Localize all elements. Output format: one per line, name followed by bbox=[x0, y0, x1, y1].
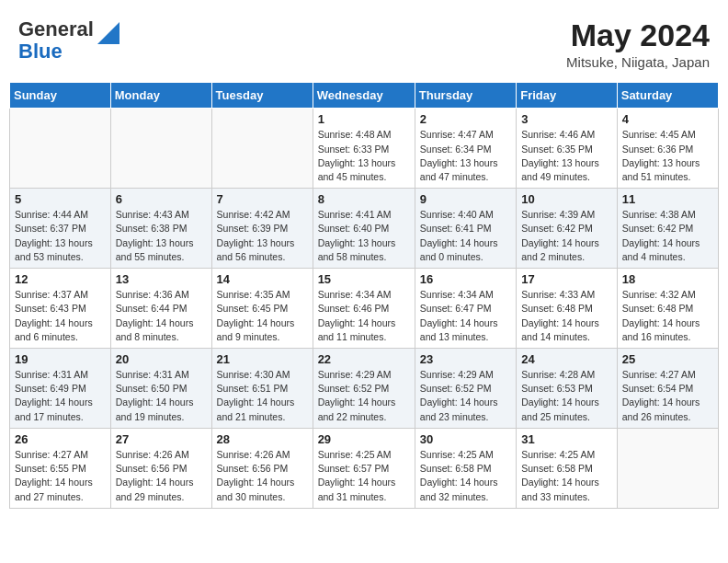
day-info: Sunrise: 4:38 AM Sunset: 6:42 PM Dayligh… bbox=[622, 208, 713, 264]
day-number: 17 bbox=[521, 272, 612, 286]
day-info: Sunrise: 4:34 AM Sunset: 6:47 PM Dayligh… bbox=[420, 288, 511, 344]
calendar-cell: 10Sunrise: 4:39 AM Sunset: 6:42 PM Dayli… bbox=[517, 189, 618, 269]
day-info: Sunrise: 4:27 AM Sunset: 6:54 PM Dayligh… bbox=[622, 368, 713, 424]
calendar-cell: 6Sunrise: 4:43 AM Sunset: 6:38 PM Daylig… bbox=[110, 189, 211, 269]
day-number: 29 bbox=[318, 432, 410, 446]
day-number: 13 bbox=[116, 272, 207, 286]
day-header-saturday: Saturday bbox=[617, 83, 718, 109]
day-info: Sunrise: 4:26 AM Sunset: 6:56 PM Dayligh… bbox=[116, 448, 207, 504]
day-info: Sunrise: 4:25 AM Sunset: 6:57 PM Dayligh… bbox=[318, 448, 410, 504]
calendar-cell: 30Sunrise: 4:25 AM Sunset: 6:58 PM Dayli… bbox=[415, 428, 516, 508]
calendar-cell bbox=[110, 109, 211, 189]
day-info: Sunrise: 4:31 AM Sunset: 6:49 PM Dayligh… bbox=[15, 368, 106, 424]
day-info: Sunrise: 4:36 AM Sunset: 6:44 PM Dayligh… bbox=[116, 288, 207, 344]
calendar-cell: 12Sunrise: 4:37 AM Sunset: 6:43 PM Dayli… bbox=[10, 269, 111, 349]
day-info: Sunrise: 4:40 AM Sunset: 6:41 PM Dayligh… bbox=[420, 208, 511, 264]
svg-marker-0 bbox=[97, 22, 119, 44]
day-header-wednesday: Wednesday bbox=[313, 83, 415, 109]
day-info: Sunrise: 4:25 AM Sunset: 6:58 PM Dayligh… bbox=[521, 448, 612, 504]
day-number: 21 bbox=[217, 352, 308, 366]
day-number: 31 bbox=[521, 432, 612, 446]
day-header-monday: Monday bbox=[110, 83, 211, 109]
calendar-cell: 14Sunrise: 4:35 AM Sunset: 6:45 PM Dayli… bbox=[211, 269, 313, 349]
day-number: 15 bbox=[318, 272, 410, 286]
calendar-cell: 22Sunrise: 4:29 AM Sunset: 6:52 PM Dayli… bbox=[313, 349, 415, 429]
day-info: Sunrise: 4:27 AM Sunset: 6:55 PM Dayligh… bbox=[15, 448, 106, 504]
day-info: Sunrise: 4:26 AM Sunset: 6:56 PM Dayligh… bbox=[217, 448, 308, 504]
calendar-cell: 8Sunrise: 4:41 AM Sunset: 6:40 PM Daylig… bbox=[313, 189, 415, 269]
day-number: 2 bbox=[420, 112, 511, 126]
day-number: 30 bbox=[420, 432, 511, 446]
calendar-cell bbox=[617, 428, 718, 508]
day-number: 9 bbox=[420, 192, 511, 206]
day-header-tuesday: Tuesday bbox=[211, 83, 313, 109]
day-number: 24 bbox=[521, 352, 612, 366]
day-info: Sunrise: 4:43 AM Sunset: 6:38 PM Dayligh… bbox=[116, 208, 207, 264]
calendar-cell: 28Sunrise: 4:26 AM Sunset: 6:56 PM Dayli… bbox=[211, 428, 313, 508]
day-header-sunday: Sunday bbox=[10, 83, 111, 109]
day-info: Sunrise: 4:32 AM Sunset: 6:48 PM Dayligh… bbox=[622, 288, 713, 344]
day-header-friday: Friday bbox=[517, 83, 618, 109]
day-number: 16 bbox=[420, 272, 511, 286]
calendar-cell: 29Sunrise: 4:25 AM Sunset: 6:57 PM Dayli… bbox=[313, 428, 415, 508]
calendar-cell: 7Sunrise: 4:42 AM Sunset: 6:39 PM Daylig… bbox=[211, 189, 313, 269]
day-number: 14 bbox=[217, 272, 308, 286]
day-number: 5 bbox=[15, 192, 106, 206]
day-info: Sunrise: 4:35 AM Sunset: 6:45 PM Dayligh… bbox=[217, 288, 308, 344]
day-info: Sunrise: 4:28 AM Sunset: 6:53 PM Dayligh… bbox=[521, 368, 612, 424]
day-info: Sunrise: 4:48 AM Sunset: 6:33 PM Dayligh… bbox=[318, 128, 410, 184]
calendar-cell bbox=[211, 109, 313, 189]
day-number: 28 bbox=[217, 432, 308, 446]
day-info: Sunrise: 4:37 AM Sunset: 6:43 PM Dayligh… bbox=[15, 288, 106, 344]
calendar-cell: 16Sunrise: 4:34 AM Sunset: 6:47 PM Dayli… bbox=[415, 269, 516, 349]
day-number: 10 bbox=[521, 192, 612, 206]
day-number: 20 bbox=[116, 352, 207, 366]
calendar-week-row: 26Sunrise: 4:27 AM Sunset: 6:55 PM Dayli… bbox=[10, 428, 719, 508]
calendar-cell: 21Sunrise: 4:30 AM Sunset: 6:51 PM Dayli… bbox=[211, 349, 313, 429]
calendar-week-row: 5Sunrise: 4:44 AM Sunset: 6:37 PM Daylig… bbox=[10, 189, 719, 269]
day-number: 4 bbox=[622, 112, 713, 126]
month-year: May 2024 bbox=[566, 18, 710, 52]
calendar-cell: 13Sunrise: 4:36 AM Sunset: 6:44 PM Dayli… bbox=[110, 269, 211, 349]
page-header: General Blue May 2024 Mitsuke, Niigata, … bbox=[9, 9, 719, 75]
calendar-cell: 25Sunrise: 4:27 AM Sunset: 6:54 PM Dayli… bbox=[617, 349, 718, 429]
day-info: Sunrise: 4:39 AM Sunset: 6:42 PM Dayligh… bbox=[521, 208, 612, 264]
day-number: 19 bbox=[15, 352, 106, 366]
calendar-cell: 26Sunrise: 4:27 AM Sunset: 6:55 PM Dayli… bbox=[10, 428, 111, 508]
day-info: Sunrise: 4:29 AM Sunset: 6:52 PM Dayligh… bbox=[420, 368, 511, 424]
day-number: 7 bbox=[217, 192, 308, 206]
logo: General Blue bbox=[18, 18, 121, 63]
day-number: 11 bbox=[622, 192, 713, 206]
calendar-cell: 1Sunrise: 4:48 AM Sunset: 6:33 PM Daylig… bbox=[313, 109, 415, 189]
calendar-cell: 31Sunrise: 4:25 AM Sunset: 6:58 PM Dayli… bbox=[517, 428, 618, 508]
day-info: Sunrise: 4:31 AM Sunset: 6:50 PM Dayligh… bbox=[116, 368, 207, 424]
day-info: Sunrise: 4:46 AM Sunset: 6:35 PM Dayligh… bbox=[521, 128, 612, 184]
day-number: 22 bbox=[318, 352, 410, 366]
day-info: Sunrise: 4:25 AM Sunset: 6:58 PM Dayligh… bbox=[420, 448, 511, 504]
title-block: May 2024 Mitsuke, Niigata, Japan bbox=[566, 18, 710, 70]
day-number: 12 bbox=[15, 272, 106, 286]
calendar-cell: 5Sunrise: 4:44 AM Sunset: 6:37 PM Daylig… bbox=[10, 189, 111, 269]
calendar-cell: 18Sunrise: 4:32 AM Sunset: 6:48 PM Dayli… bbox=[617, 269, 718, 349]
calendar-cell: 27Sunrise: 4:26 AM Sunset: 6:56 PM Dayli… bbox=[110, 428, 211, 508]
calendar-cell: 9Sunrise: 4:40 AM Sunset: 6:41 PM Daylig… bbox=[415, 189, 516, 269]
calendar-cell: 20Sunrise: 4:31 AM Sunset: 6:50 PM Dayli… bbox=[110, 349, 211, 429]
day-info: Sunrise: 4:41 AM Sunset: 6:40 PM Dayligh… bbox=[318, 208, 410, 264]
calendar-cell bbox=[10, 109, 111, 189]
day-info: Sunrise: 4:44 AM Sunset: 6:37 PM Dayligh… bbox=[15, 208, 106, 264]
calendar-table: SundayMondayTuesdayWednesdayThursdayFrid… bbox=[9, 82, 719, 508]
calendar-cell: 3Sunrise: 4:46 AM Sunset: 6:35 PM Daylig… bbox=[517, 109, 618, 189]
logo-blue: Blue bbox=[18, 40, 94, 63]
calendar-cell: 15Sunrise: 4:34 AM Sunset: 6:46 PM Dayli… bbox=[313, 269, 415, 349]
day-header-thursday: Thursday bbox=[415, 83, 516, 109]
day-info: Sunrise: 4:30 AM Sunset: 6:51 PM Dayligh… bbox=[217, 368, 308, 424]
day-number: 6 bbox=[116, 192, 207, 206]
day-info: Sunrise: 4:29 AM Sunset: 6:52 PM Dayligh… bbox=[318, 368, 410, 424]
logo-icon bbox=[96, 20, 121, 46]
day-info: Sunrise: 4:42 AM Sunset: 6:39 PM Dayligh… bbox=[217, 208, 308, 264]
day-number: 18 bbox=[622, 272, 713, 286]
day-number: 26 bbox=[15, 432, 106, 446]
day-info: Sunrise: 4:45 AM Sunset: 6:36 PM Dayligh… bbox=[622, 128, 713, 184]
day-number: 8 bbox=[318, 192, 410, 206]
day-info: Sunrise: 4:33 AM Sunset: 6:48 PM Dayligh… bbox=[521, 288, 612, 344]
